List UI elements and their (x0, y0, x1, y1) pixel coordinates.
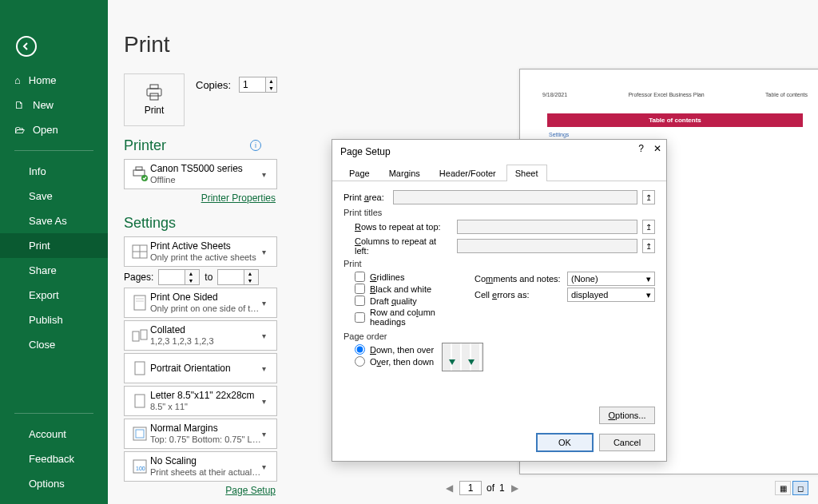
draft-label: Draft quality (370, 296, 417, 306)
nav-label: Options (29, 478, 65, 490)
rows-repeat-input[interactable] (457, 220, 637, 234)
back-button[interactable] (16, 36, 37, 57)
nav-save[interactable]: Save (0, 184, 108, 208)
collapse-dialog-icon[interactable]: ↥ (642, 190, 655, 204)
black-white-checkbox[interactable] (355, 284, 365, 294)
nav-save-as[interactable]: Save As (0, 208, 108, 233)
errors-select[interactable]: displayed▾ (567, 288, 655, 302)
svg-rect-12 (133, 331, 139, 341)
ok-button[interactable]: OK (537, 434, 593, 451)
over-then-down-radio[interactable] (355, 356, 365, 367)
setting-main: Print Active Sheets (150, 240, 262, 252)
nav-label: Export (29, 289, 59, 301)
setting-print-active-sheets[interactable]: Print Active SheetsOnly print the active… (124, 236, 277, 267)
spin-down-icon[interactable]: ▼ (244, 277, 255, 284)
pages-from-input[interactable] (159, 270, 185, 284)
page-setup-link[interactable]: Page Setup (124, 485, 277, 496)
nav-feedback[interactable]: Feedback (0, 446, 108, 471)
nav-label: Publish (29, 314, 63, 326)
setting-main: Collated (150, 324, 262, 336)
setting-sub: Only print the active sheets (150, 252, 262, 264)
cols-repeat-input[interactable] (457, 239, 637, 253)
nav-open[interactable]: 🗁Open (0, 117, 108, 142)
spin-down-icon[interactable]: ▼ (266, 85, 276, 92)
setting-scaling[interactable]: 100 No ScalingPrint sheets at their actu… (124, 451, 277, 482)
print-button[interactable]: Print (124, 73, 185, 126)
comments-select[interactable]: (None)▾ (567, 272, 655, 286)
copies-spinner[interactable]: ▲▼ (239, 77, 277, 93)
printer-status-icon (129, 165, 150, 183)
down-over-label: Down, then over (370, 345, 434, 355)
nav-new[interactable]: 🗋New (0, 93, 108, 117)
spin-up-icon[interactable]: ▲ (185, 270, 196, 277)
tab-header-footer[interactable]: Header/Footer (431, 165, 505, 181)
setting-paper-size[interactable]: Letter 8.5"x11" 22x28cm8.5" x 11" ▾ (124, 386, 277, 416)
print-area-label: Print area: (343, 192, 388, 202)
prev-page-button[interactable]: ◀ (443, 482, 455, 494)
spin-up-icon[interactable]: ▲ (244, 270, 255, 277)
info-icon[interactable]: i (250, 140, 261, 151)
collapse-dialog-icon[interactable]: ↥ (642, 220, 655, 234)
nav-print[interactable]: Print (0, 233, 108, 258)
page-setup-dialog: Page Setup ? ✕ Page Margins Header/Foote… (332, 139, 667, 462)
print-button-label: Print (145, 105, 165, 116)
preview-settings-link: Settings (549, 132, 569, 137)
nav-label: Feedback (29, 453, 74, 465)
tab-page[interactable]: Page (340, 165, 379, 181)
svg-rect-17 (136, 430, 144, 438)
setting-sub: Only print on one side of th… (150, 304, 262, 315)
setting-collated[interactable]: Collated1,2,3 1,2,3 1,2,3 ▾ (124, 320, 277, 351)
current-page-input[interactable] (459, 481, 482, 495)
preview-center-header: Professor Excel Business Plan (628, 92, 704, 97)
over-down-label: Over, then down (370, 357, 434, 367)
printer-properties-link[interactable]: Printer Properties (124, 192, 277, 204)
pages-to-input[interactable] (218, 270, 244, 284)
paper-icon (129, 394, 150, 408)
next-page-button[interactable]: ▶ (510, 482, 521, 494)
draft-checkbox[interactable] (355, 296, 365, 306)
collapse-dialog-icon[interactable]: ↥ (642, 239, 655, 253)
dialog-close-button[interactable]: ✕ (653, 143, 661, 154)
nav-home[interactable]: ⌂Home (0, 68, 108, 93)
setting-sub: Print sheets at their actual size (150, 467, 262, 478)
back-arrow-icon (22, 42, 31, 51)
svg-rect-9 (134, 296, 145, 310)
print-area-input[interactable] (393, 190, 637, 204)
page-heading: Print (124, 32, 818, 58)
dialog-help-button[interactable]: ? (638, 143, 644, 154)
nav-label: Save As (29, 215, 67, 227)
nav-info[interactable]: Info (0, 159, 108, 184)
options-button[interactable]: Options... (599, 407, 655, 424)
cancel-button[interactable]: Cancel (599, 434, 655, 451)
printer-selector[interactable]: Canon TS5000 series Offline ▾ (124, 159, 277, 189)
headings-checkbox[interactable] (355, 312, 365, 323)
nav-label: New (33, 99, 54, 111)
copies-input[interactable] (240, 77, 265, 92)
setting-orientation[interactable]: Portrait Orientation ▾ (124, 353, 277, 383)
tab-margins[interactable]: Margins (380, 165, 429, 181)
dialog-tabs: Page Margins Header/Footer Sheet (332, 164, 666, 181)
show-margins-button[interactable]: ▦ (775, 481, 791, 495)
gridlines-checkbox[interactable] (355, 272, 365, 282)
nav-options[interactable]: Options (0, 471, 108, 496)
nav-close[interactable]: Close (0, 332, 108, 357)
spin-up-icon[interactable]: ▲ (266, 77, 276, 85)
tab-sheet[interactable]: Sheet (506, 165, 547, 181)
svg-text:100: 100 (136, 466, 145, 471)
spin-down-icon[interactable]: ▼ (185, 277, 196, 284)
nav-share[interactable]: Share (0, 258, 108, 283)
preview-right-header: Table of contents (765, 92, 808, 97)
nav-publish[interactable]: Publish (0, 308, 108, 332)
pages-from-spinner[interactable]: ▲▼ (158, 269, 200, 285)
setting-margins[interactable]: Normal MarginsTop: 0.75" Bottom: 0.75" L… (124, 419, 277, 449)
setting-one-sided[interactable]: Print One SidedOnly print on one side of… (124, 288, 277, 318)
sheet-icon (129, 244, 150, 259)
nav-account[interactable]: Account (0, 422, 108, 446)
pages-to-spinner[interactable]: ▲▼ (217, 269, 259, 285)
nav-export[interactable]: Export (0, 283, 108, 308)
down-then-over-radio[interactable] (355, 344, 365, 355)
svg-rect-1 (150, 85, 158, 89)
print-group: Print (343, 259, 655, 268)
new-icon: 🗋 (14, 99, 25, 111)
zoom-to-page-button[interactable]: ◻ (792, 481, 808, 495)
